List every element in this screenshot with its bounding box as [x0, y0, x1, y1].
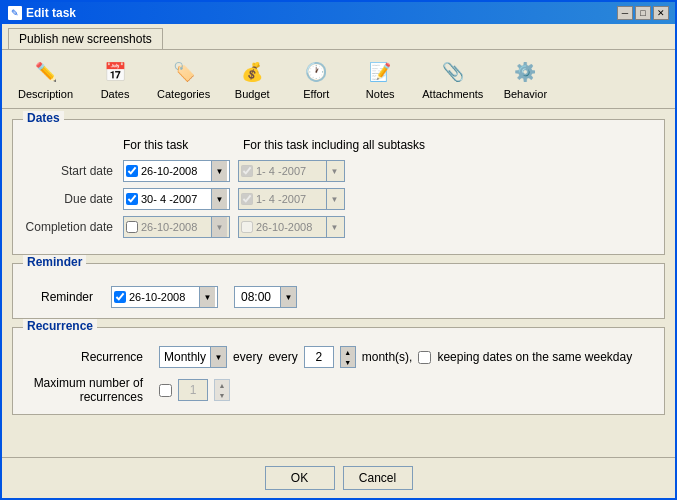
completion-date-task-checkbox[interactable] — [126, 221, 138, 233]
reminder-time-dropdown[interactable]: ▼ — [280, 287, 296, 307]
dates-section: Dates For this task For this task includ… — [12, 119, 665, 255]
toolbar-label-categories: Categories — [157, 88, 210, 100]
attachments-icon: 📎 — [439, 58, 467, 86]
every-word: every — [268, 350, 297, 364]
start-date-task-field[interactable]: 26-10-2008 ▼ — [123, 160, 230, 182]
due-date-label: Due date — [23, 192, 123, 206]
every-spinner-down[interactable]: ▼ — [341, 357, 355, 367]
due-date-subtask-checkbox[interactable] — [241, 193, 253, 205]
toolbar-label-effort: Effort — [303, 88, 329, 100]
due-date-subtask-field: 1- 4 -2007 ▼ — [238, 188, 345, 210]
completion-date-task-value: 26-10-2008 — [141, 221, 211, 233]
window-icon: ✎ — [8, 6, 22, 20]
start-date-subtask-value: 1- 4 -2007 — [256, 165, 326, 177]
recurrence-type-row: Recurrence Monthly ▼ every every 2 ▲ ▼ m… — [23, 346, 654, 368]
toolbar-label-dates: Dates — [101, 88, 130, 100]
due-date-subtask-dropdown: ▼ — [326, 189, 342, 209]
start-date-row: Start date 26-10-2008 ▼ 1- 4 -2007 ▼ — [23, 160, 654, 182]
every-label: every — [233, 350, 262, 364]
max-recurrence-spinner: ▲ ▼ — [214, 379, 230, 401]
recurrence-section-title: Recurrence — [23, 319, 97, 333]
toolbar-item-notes[interactable]: 📝 Notes — [350, 54, 410, 104]
reminder-date-checkbox[interactable] — [114, 291, 126, 303]
recurrence-type-value: Monthly — [160, 347, 210, 367]
due-date-task-checkbox[interactable] — [126, 193, 138, 205]
effort-icon: 🕐 — [302, 58, 330, 86]
start-date-subtask-checkbox[interactable] — [241, 165, 253, 177]
every-spinner-up[interactable]: ▲ — [341, 347, 355, 357]
description-icon: ✏️ — [32, 58, 60, 86]
toolbar-item-effort[interactable]: 🕐 Effort — [286, 54, 346, 104]
title-bar-left: ✎ Edit task — [8, 6, 76, 20]
keeping-label: keeping dates on the same weekday — [437, 350, 632, 364]
toolbar-item-behavior[interactable]: ⚙️ Behavior — [495, 54, 555, 104]
behavior-icon: ⚙️ — [511, 58, 539, 86]
minimize-button[interactable]: ─ — [617, 6, 633, 20]
due-date-task-dropdown[interactable]: ▼ — [211, 189, 227, 209]
toolbar-label-attachments: Attachments — [422, 88, 483, 100]
categories-icon: 🏷️ — [170, 58, 198, 86]
reminder-time-field[interactable]: 08:00 ▼ — [234, 286, 297, 308]
title-buttons: ─ □ ✕ — [617, 6, 669, 20]
toolbar-item-dates[interactable]: 📅 Dates — [85, 54, 145, 104]
start-date-subtask-dropdown: ▼ — [326, 161, 342, 181]
cancel-button[interactable]: Cancel — [343, 466, 413, 490]
max-recurrence-label: Maximum number of recurrences — [23, 376, 153, 404]
completion-date-subtask-dropdown: ▼ — [326, 217, 342, 237]
toolbar-item-description[interactable]: ✏️ Description — [10, 54, 81, 104]
maximize-button[interactable]: □ — [635, 6, 651, 20]
max-recurrence-spinner-down: ▼ — [215, 390, 229, 400]
reminder-date-field[interactable]: 26-10-2008 ▼ — [111, 286, 218, 308]
dates-section-title: Dates — [23, 111, 64, 125]
completion-date-subtask-checkbox[interactable] — [241, 221, 253, 233]
due-date-task-field[interactable]: 30- 4 -2007 ▼ — [123, 188, 230, 210]
completion-date-task-dropdown[interactable]: ▼ — [211, 217, 227, 237]
months-label: month(s), — [362, 350, 413, 364]
recurrence-every-value[interactable]: 2 — [304, 346, 334, 368]
completion-date-row: Completion date 26-10-2008 ▼ 26-10-2008 … — [23, 216, 654, 238]
toolbar-item-attachments[interactable]: 📎 Attachments — [414, 54, 491, 104]
recurrence-type-dropdown-arrow[interactable]: ▼ — [210, 347, 226, 367]
max-recurrence-row: Maximum number of recurrences 1 ▲ ▼ — [23, 376, 654, 404]
close-button[interactable]: ✕ — [653, 6, 669, 20]
toolbar-item-budget[interactable]: 💰 Budget — [222, 54, 282, 104]
every-spinner[interactable]: ▲ ▼ — [340, 346, 356, 368]
recurrence-type-label: Recurrence — [23, 350, 153, 364]
recurrence-section: Recurrence Recurrence Monthly ▼ every ev… — [12, 327, 665, 415]
notes-icon: 📝 — [366, 58, 394, 86]
completion-date-subtask-field: 26-10-2008 ▼ — [238, 216, 345, 238]
toolbar-item-categories[interactable]: 🏷️ Categories — [149, 54, 218, 104]
recurrence-type-select[interactable]: Monthly ▼ — [159, 346, 227, 368]
keeping-dates-checkbox[interactable] — [418, 351, 431, 364]
dates-icon: 📅 — [101, 58, 129, 86]
due-date-subtask-value: 1- 4 -2007 — [256, 193, 326, 205]
start-date-task-dropdown[interactable]: ▼ — [211, 161, 227, 181]
reminder-time-value: 08:00 — [235, 287, 280, 307]
completion-date-label: Completion date — [23, 220, 123, 234]
ok-button[interactable]: OK — [265, 466, 335, 490]
start-date-task-checkbox[interactable] — [126, 165, 138, 177]
start-date-label: Start date — [23, 164, 123, 178]
dates-column-headers: For this task For this task including al… — [123, 138, 654, 152]
max-recurrence-value[interactable]: 1 — [178, 379, 208, 401]
window-title: Edit task — [26, 6, 76, 20]
edit-task-window: ✎ Edit task ─ □ ✕ Publish new screenshot… — [0, 0, 677, 500]
start-date-subtask-field: 1- 4 -2007 ▼ — [238, 160, 345, 182]
completion-date-task-field[interactable]: 26-10-2008 ▼ — [123, 216, 230, 238]
max-recurrence-checkbox[interactable] — [159, 384, 172, 397]
toolbar-label-notes: Notes — [366, 88, 395, 100]
publish-screenshots-tab[interactable]: Publish new screenshots — [8, 28, 163, 49]
title-bar: ✎ Edit task ─ □ ✕ — [2, 2, 675, 24]
toolbar-label-budget: Budget — [235, 88, 270, 100]
reminder-date-dropdown[interactable]: ▼ — [199, 287, 215, 307]
col2-header: For this task including all subtasks — [243, 138, 425, 152]
reminder-label: Reminder — [23, 290, 103, 304]
reminder-row: Reminder 26-10-2008 ▼ 08:00 ▼ — [23, 286, 654, 308]
start-date-task-value: 26-10-2008 — [141, 165, 211, 177]
max-recurrence-spinner-up: ▲ — [215, 380, 229, 390]
toolbar: ✏️ Description 📅 Dates 🏷️ Categories 💰 B… — [2, 50, 675, 109]
footer: OK Cancel — [2, 457, 675, 498]
reminder-section: Reminder Reminder 26-10-2008 ▼ 08:00 ▼ — [12, 263, 665, 319]
tab-strip: Publish new screenshots — [2, 24, 675, 50]
completion-date-subtask-value: 26-10-2008 — [256, 221, 326, 233]
